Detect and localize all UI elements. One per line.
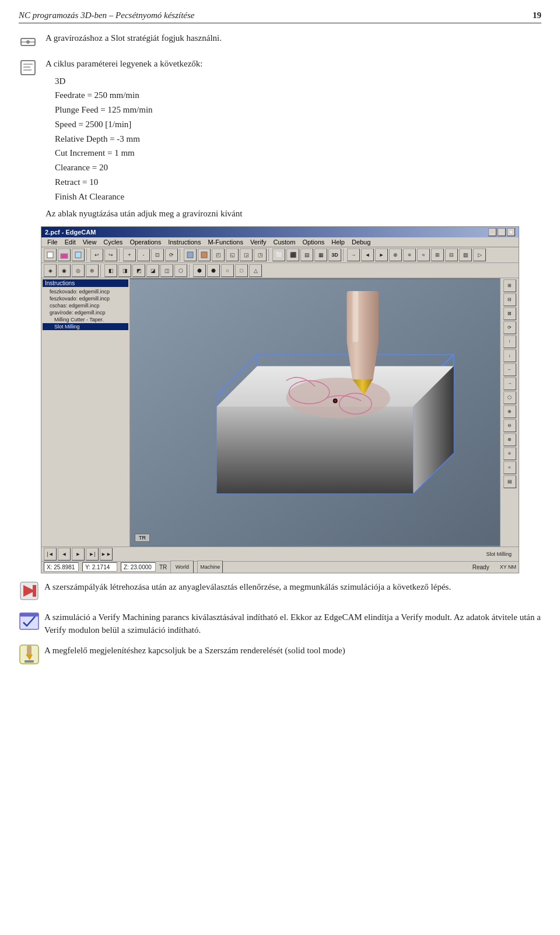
tb-step-fwd[interactable]: ► [375, 248, 388, 261]
tb2-3[interactable]: ◎ [72, 264, 85, 277]
menu-bar: File Edit View Cycles Operations Instruc… [41, 237, 519, 247]
tree-item-2[interactable]: feszkovado: edgemill.incp [43, 295, 128, 302]
tb-undo[interactable]: ↩ [90, 248, 103, 261]
rp-btn9[interactable]: ⬡ [503, 391, 516, 404]
main-viewport: TR [130, 278, 500, 547]
tb-rotate[interactable]: ⟳ [165, 248, 178, 261]
nav-prev[interactable]: ◄ [58, 548, 71, 561]
rp-btn14[interactable]: ≈ [503, 461, 516, 474]
tb2-6[interactable]: ◨ [118, 264, 131, 277]
tb-b3[interactable]: ▤ [300, 248, 313, 261]
menu-view[interactable]: View [79, 238, 100, 246]
tree-item-3[interactable]: cschas: edgemill.incp [43, 302, 128, 309]
tb-new[interactable] [44, 248, 57, 261]
right-panel: ⊞ ⊟ ⊠ ⟳ ↑ ↓ ← → ⬡ ⊕ ⊖ ⊗ ≡ ≈ ▤ [500, 278, 519, 547]
world-tab[interactable]: World [170, 561, 194, 573]
menu-debug[interactable]: Debug [348, 238, 374, 246]
tb-step-back[interactable]: ◄ [361, 248, 374, 261]
nav-first[interactable]: |◄ [44, 548, 57, 561]
menu-cycles[interactable]: Cycles [100, 238, 126, 246]
svg-marker-25 [217, 407, 414, 493]
menu-file[interactable]: File [44, 238, 61, 246]
tb2-5[interactable]: ◧ [104, 264, 117, 277]
tb-c3[interactable]: ⊞ [431, 248, 444, 261]
rp-btn15[interactable]: ▤ [503, 475, 516, 488]
tb-view1[interactable] [184, 248, 197, 261]
window-controls[interactable]: _ □ × [488, 228, 515, 236]
tb2-10[interactable]: ⬡ [174, 264, 187, 277]
tb-c1[interactable]: ≡ [403, 248, 416, 261]
rp-btn5[interactable]: ↑ [503, 335, 516, 348]
tree-item-5[interactable]: Milling Cutter - Taper. [43, 316, 128, 323]
tb-3d[interactable]: 3D [328, 248, 341, 261]
rp-btn12[interactable]: ⊗ [503, 433, 516, 446]
nav-play[interactable]: ►► [100, 548, 113, 561]
tb2-1[interactable]: ◈ [44, 264, 57, 277]
tb-c2[interactable]: ≈ [417, 248, 430, 261]
tb-b1[interactable]: ⬜ [272, 248, 285, 261]
menu-verify[interactable]: Verify [247, 238, 270, 246]
toolbar2-sep1 [100, 264, 103, 277]
rp-btn10[interactable]: ⊕ [503, 405, 516, 418]
menu-custom[interactable]: Custom [270, 238, 299, 246]
tb2-4[interactable]: ⊛ [86, 264, 99, 277]
tb2-15[interactable]: △ [249, 264, 262, 277]
tb-save[interactable] [72, 248, 85, 261]
menu-operations[interactable]: Operations [126, 238, 164, 246]
svg-point-2 [26, 40, 30, 44]
tb2-13[interactable]: ○ [221, 264, 234, 277]
tb2-2[interactable]: ◉ [58, 264, 71, 277]
tb-c4[interactable]: ⊟ [445, 248, 458, 261]
menu-options[interactable]: Options [299, 238, 328, 246]
tb-view4[interactable]: ◱ [226, 248, 239, 261]
tb-c6[interactable]: ▷ [473, 248, 486, 261]
instructions-panel-title: Instructions [43, 279, 128, 287]
tree-item-4[interactable]: gravírode: edgemill.incp [43, 309, 128, 316]
tb-open[interactable] [58, 248, 71, 261]
tb2-12[interactable]: ⬣ [207, 264, 220, 277]
tb-view5[interactable]: ◲ [240, 248, 253, 261]
tb-view6[interactable]: ◳ [254, 248, 267, 261]
tb-snap[interactable]: ⊕ [389, 248, 402, 261]
minimize-button[interactable]: _ [488, 228, 496, 236]
xy-nm-label: XY NM [500, 564, 516, 570]
tb-view2[interactable] [198, 248, 211, 261]
nav-next[interactable]: ► [72, 548, 85, 561]
tree-item-6-slot[interactable]: Slot Milling [43, 323, 128, 330]
header-page-number: 19 [533, 10, 541, 20]
tb-zoom-all[interactable]: ⊡ [151, 248, 164, 261]
menu-edit[interactable]: Edit [61, 238, 79, 246]
close-button[interactable]: × [507, 228, 515, 236]
rp-btn13[interactable]: ≡ [503, 447, 516, 460]
rp-btn4[interactable]: ⟳ [503, 321, 516, 334]
tree-item-1[interactable]: feszkovado: edgemill.incp [43, 288, 128, 295]
menu-help[interactable]: Help [328, 238, 348, 246]
tb2-9[interactable]: ◫ [160, 264, 173, 277]
rp-btn8[interactable]: → [503, 377, 516, 390]
rp-btn2[interactable]: ⊟ [503, 293, 516, 306]
menu-mfunctions[interactable]: M-Functions [204, 238, 247, 246]
maximize-button[interactable]: □ [498, 228, 506, 236]
tb2-14[interactable]: □ [235, 264, 248, 277]
svg-point-27 [286, 377, 390, 418]
menu-instructions[interactable]: Instructions [164, 238, 204, 246]
tb2-7[interactable]: ◩ [132, 264, 145, 277]
section4-row: A megfelelő megjelenítéshez kapcsoljuk b… [19, 644, 541, 667]
tb-view3[interactable]: ◰ [212, 248, 225, 261]
rp-btn11[interactable]: ⊖ [503, 419, 516, 432]
rp-btn1[interactable]: ⊞ [503, 279, 516, 292]
tb2-11[interactable]: ⬢ [193, 264, 206, 277]
machine-tab[interactable]: Machine [197, 561, 223, 573]
tb-zoom-in[interactable]: + [123, 248, 136, 261]
nav-last[interactable]: ►| [86, 548, 99, 561]
tb-arrow[interactable]: → [347, 248, 360, 261]
tb-b2[interactable]: ⬛ [286, 248, 299, 261]
tb-redo[interactable]: ↪ [104, 248, 117, 261]
rp-btn6[interactable]: ↓ [503, 349, 516, 362]
rp-btn7[interactable]: ← [503, 363, 516, 376]
tb-b4[interactable]: ▦ [314, 248, 327, 261]
tb-zoom-out[interactable]: - [137, 248, 150, 261]
rp-btn3[interactable]: ⊠ [503, 307, 516, 320]
tb2-8[interactable]: ◪ [146, 264, 159, 277]
tb-c5[interactable]: ▨ [459, 248, 472, 261]
